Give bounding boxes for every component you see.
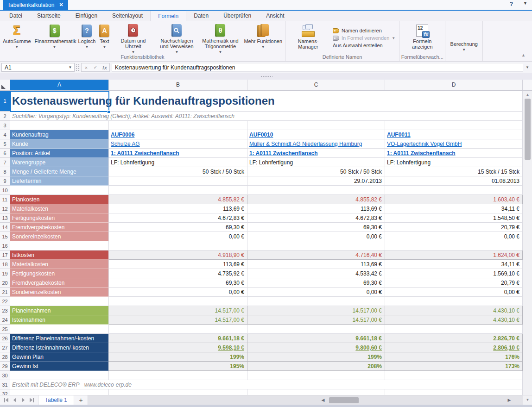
vertical-scrollbar-thumb[interactable]	[525, 99, 531, 160]
cell-D13[interactable]: 1.548,50 €	[385, 213, 523, 223]
expand-formula-bar-icon[interactable]: ▼	[523, 63, 532, 72]
cell-A16[interactable]	[10, 241, 109, 250]
cell-C12[interactable]: 113,69 €	[247, 204, 385, 213]
cell-B13[interactable]: 4.672,83 €	[109, 213, 247, 223]
cell-D20[interactable]: 20,79 €	[385, 278, 523, 288]
cell-D11[interactable]: 1.603,40 €	[385, 195, 523, 204]
cell-D25[interactable]	[385, 325, 523, 334]
cell-D5[interactable]: VO-Lagertechnik Vogel GmbH	[385, 139, 523, 149]
formula-bar-splitter[interactable]	[0, 73, 532, 80]
cell-B17[interactable]: 4.918,90 €	[109, 250, 247, 260]
column-header-b[interactable]: B	[109, 80, 247, 90]
cell-C4[interactable]: AUF0010	[247, 130, 385, 139]
cell-C19[interactable]: 4.533,42 €	[247, 269, 385, 278]
cell-C13[interactable]: 4.672,83 €	[247, 213, 385, 223]
select-all-button[interactable]	[0, 80, 10, 90]
cell-D15[interactable]: 0,00 €	[385, 232, 523, 241]
cell-D26[interactable]: 2.826,70 €	[385, 334, 523, 343]
row-header-20[interactable]: 20	[0, 278, 10, 288]
row-header-1[interactable]: 1	[0, 91, 10, 112]
cell-B5[interactable]: Schulze AG	[109, 139, 247, 149]
button-namens-manager[interactable]: Namens-Manager	[286, 22, 330, 54]
row-header-9[interactable]: 9	[0, 176, 10, 186]
scroll-right-icon[interactable]: ▶	[506, 397, 513, 404]
cell-A9[interactable]: Liefertermin	[10, 176, 109, 186]
cell-B9[interactable]	[109, 176, 247, 186]
accept-entry-icon[interactable]: ✓	[91, 64, 100, 70]
button-mehr-funktionen[interactable]: Mehr Funktionen▼	[242, 22, 284, 54]
cell-A23[interactable]: Planeinnahmen	[10, 306, 109, 315]
cell-C17[interactable]: 4.716,40 €	[247, 250, 385, 260]
horizontal-scrollbar-thumb[interactable]	[329, 397, 359, 403]
cell-A24[interactable]: Isteinnahmen	[10, 315, 109, 325]
cell-C25[interactable]	[247, 325, 385, 334]
insert-function-icon[interactable]: fx	[100, 65, 109, 70]
cell-D14[interactable]: 20,79 €	[385, 223, 523, 232]
cell-A3[interactable]	[10, 121, 109, 130]
row-header-21[interactable]: 21	[0, 288, 10, 297]
row-header-24[interactable]: 24	[0, 315, 10, 325]
cell-C14[interactable]: 69,30 €	[247, 223, 385, 232]
row-header-31[interactable]: 31	[0, 380, 10, 389]
cell-C7[interactable]: LF: Lohnfertigung	[247, 158, 385, 167]
cell-C23[interactable]: 14.517,00 €	[247, 306, 385, 315]
cell-D17[interactable]: 1.624,00 €	[385, 250, 523, 260]
cell-C22[interactable]	[247, 297, 385, 306]
last-sheet-icon[interactable]	[28, 397, 35, 404]
cell-A18[interactable]: Materialkosten	[10, 260, 109, 269]
cell-A19[interactable]: Fertigungskosten	[10, 269, 109, 278]
column-header-d[interactable]: D	[385, 80, 523, 90]
name-box[interactable]: A1 ▼	[1, 63, 75, 72]
cell-D6[interactable]: 1: A0111 Zwischenflansch	[385, 149, 523, 158]
button-nachschlagen-und-verweisen[interactable]: Nachschlagen und Verweisen▼	[155, 22, 198, 54]
cell-B7[interactable]: LF: Lohnfertigung	[109, 158, 247, 167]
row-header-18[interactable]: 18	[0, 260, 10, 269]
row-header-17[interactable]: 17	[0, 250, 10, 260]
ribbon-tab-daten[interactable]: Daten	[186, 11, 216, 21]
formula-bar-grip[interactable]	[76, 64, 80, 71]
scroll-left-icon[interactable]: ◀	[320, 397, 326, 404]
cell-C28[interactable]: 199%	[247, 352, 385, 362]
cell-A1[interactable]: Kostenauswertung für Kundenauftragsposit…	[10, 91, 523, 112]
cell-B18[interactable]: 113,69 €	[109, 260, 247, 269]
chevron-down-icon[interactable]: ▼	[523, 1, 527, 7]
cell-C27[interactable]: 9.800,60 €	[247, 343, 385, 352]
row-header-10[interactable]: 10	[0, 186, 10, 195]
cell-B11[interactable]: 4.855,82 €	[109, 195, 247, 204]
cell-A13[interactable]: Fertigungskosten	[10, 213, 109, 223]
row-header-12[interactable]: 12	[0, 204, 10, 213]
cancel-entry-icon[interactable]: ×	[82, 65, 91, 70]
cell-A31[interactable]: Erstellt mit DELECO® ERP - www.deleco-er…	[10, 380, 523, 389]
cell-D8[interactable]: 15 Stck / 15 Stck	[385, 167, 523, 176]
row-header-3[interactable]: 3	[0, 121, 10, 130]
previous-sheet-icon[interactable]	[11, 397, 19, 404]
row-header-16[interactable]: 16	[0, 241, 10, 250]
cell-A6[interactable]: Position: Artikel	[10, 149, 109, 158]
row-header-13[interactable]: 13	[0, 213, 10, 223]
button-text[interactable]: AText▼	[97, 22, 111, 54]
button-berechnung[interactable]: Berechnung▼	[446, 22, 481, 54]
cell-C15[interactable]: 0,00 €	[247, 232, 385, 241]
ribbon-tab-formeln[interactable]: Formeln	[150, 11, 186, 21]
cell-A5[interactable]: Kunde	[10, 139, 109, 149]
add-sheet-button[interactable]: +	[74, 395, 88, 405]
cell-A17[interactable]: Istkosten	[10, 250, 109, 260]
cell-B16[interactable]	[109, 241, 247, 250]
cell-A15[interactable]: Sondereinzelkosten	[10, 232, 109, 241]
cell-C6[interactable]: 1: A0111 Zwischenflansch	[247, 149, 385, 158]
row-header-5[interactable]: 5	[0, 139, 10, 149]
cell-B30[interactable]	[109, 371, 247, 380]
cell-D16[interactable]	[385, 241, 523, 250]
cell-D27[interactable]: 2.806,10 €	[385, 343, 523, 352]
cell-A4[interactable]: Kundenauftrag	[10, 130, 109, 139]
ribbon-tab-ansicht[interactable]: Ansicht	[259, 11, 291, 21]
cell-C16[interactable]	[247, 241, 385, 250]
next-sheet-icon[interactable]	[19, 397, 27, 404]
cell-B10[interactable]	[109, 186, 247, 195]
ribbon-tab-startseite[interactable]: Startseite	[30, 11, 68, 21]
row-header-19[interactable]: 19	[0, 269, 10, 278]
formula-input[interactable]: Kostenauswertung für Kundenauftragsposit…	[112, 63, 523, 72]
close-icon[interactable]: ✕	[59, 2, 63, 8]
cell-C21[interactable]: 0,00 €	[247, 288, 385, 297]
cell-D21[interactable]: 0,00 €	[385, 288, 523, 297]
